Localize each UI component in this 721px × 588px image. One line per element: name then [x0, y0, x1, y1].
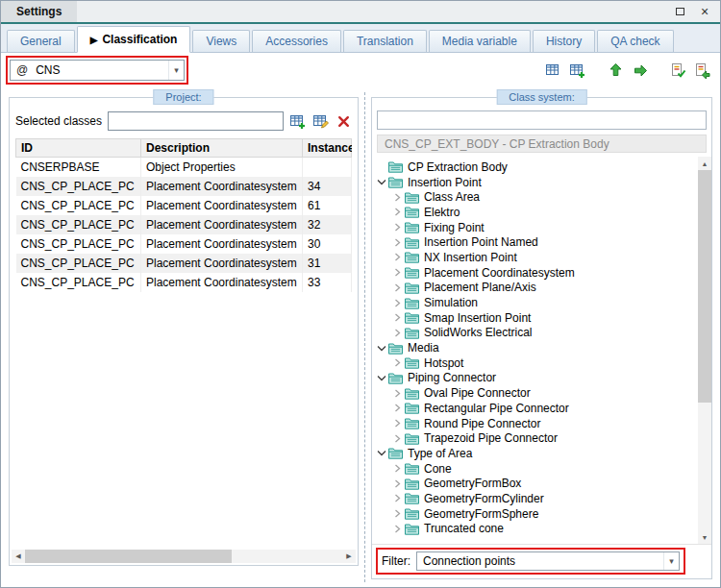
tree-item[interactable]: Rectangular Pipe Connector	[372, 401, 698, 416]
column-header[interactable]: Description	[141, 139, 303, 158]
scrollbar-thumb[interactable]	[698, 170, 711, 403]
expand-icon[interactable]	[390, 223, 405, 232]
tree-item[interactable]: Class Area	[372, 189, 698, 205]
table-row[interactable]: CNS_CP_PLACE_PCPlacement Coordinatesyste…	[16, 215, 352, 234]
expand-icon[interactable]	[390, 299, 405, 307]
tree-item[interactable]: Placement Coordinatesystem	[372, 265, 698, 281]
tree-item-label: Insertion Point	[408, 176, 482, 189]
tree-item[interactable]: SolidWorks Electrical	[372, 326, 698, 341]
expand-icon[interactable]	[390, 283, 405, 292]
folder-icon	[405, 282, 421, 294]
tree-item[interactable]: GeometryFormCylinder	[372, 491, 698, 506]
tree-item[interactable]: Media	[372, 340, 698, 355]
add-class-table-icon[interactable]	[568, 61, 585, 79]
maximize-button[interactable]	[673, 5, 686, 18]
scroll-down-icon[interactable]: ▼	[698, 530, 711, 544]
export-classes-icon[interactable]	[631, 61, 648, 79]
expand-icon[interactable]	[390, 509, 405, 518]
add-class-icon[interactable]	[289, 113, 306, 130]
tree-item[interactable]: CP Extraction Body	[372, 159, 698, 175]
tree-item[interactable]: Smap Insertion Point	[372, 310, 698, 326]
expand-icon[interactable]	[390, 313, 405, 322]
table-row[interactable]: CNS_CP_PLACE_PCPlacement Coordinatesyste…	[16, 177, 352, 196]
column-header[interactable]: ID	[16, 139, 141, 158]
tab-classification[interactable]: ▶Classification	[77, 26, 191, 53]
table-row[interactable]: CNS_CP_PLACE_PCPlacement Coordinatesyste…	[16, 234, 352, 254]
import-check-icon[interactable]	[693, 61, 710, 79]
vertical-scrollbar[interactable]: ▲ ▼	[698, 157, 711, 544]
scrollbar-thumb[interactable]	[25, 550, 232, 563]
collapse-icon[interactable]	[374, 344, 388, 353]
tree-item[interactable]: Trapezoid Pipe Connector	[372, 430, 698, 446]
horizontal-scrollbar[interactable]: ◀ ▶	[12, 550, 356, 563]
chevron-down-icon[interactable]: ▾	[663, 552, 679, 570]
import-classes-icon[interactable]	[607, 61, 624, 79]
tab-media-variable[interactable]: Media variable	[429, 30, 531, 52]
table-row[interactable]: CNS_CP_PLACE_PCPlacement Coordinatesyste…	[16, 273, 352, 292]
tree-item[interactable]: Insertion Point	[372, 175, 698, 190]
tab-history[interactable]: History	[533, 30, 595, 52]
new-class-table-icon[interactable]	[544, 61, 561, 79]
edit-class-icon[interactable]	[312, 113, 329, 130]
expand-icon[interactable]	[390, 358, 405, 367]
content-area: @ CNS ▾ Project: Selected classes I	[1, 53, 720, 587]
expand-icon[interactable]	[390, 404, 405, 412]
expand-icon[interactable]	[390, 464, 405, 473]
expand-icon[interactable]	[390, 253, 405, 261]
selected-classes-input[interactable]	[108, 111, 284, 131]
delete-class-icon[interactable]	[336, 113, 352, 130]
table-row[interactable]: CNSERPBASEObject Properties	[16, 158, 352, 177]
tree-item[interactable]: GeometryFormSphere	[372, 506, 698, 522]
tab-qa-check[interactable]: QA check	[597, 30, 673, 52]
tree-item[interactable]: Elektro	[372, 205, 698, 220]
table-row[interactable]: CNS_CP_PLACE_PCPlacement Coordinatesyste…	[16, 254, 352, 273]
expand-icon[interactable]	[390, 525, 405, 533]
scroll-left-icon[interactable]: ◀	[12, 550, 25, 563]
column-header[interactable]: Instance	[303, 139, 352, 158]
close-button[interactable]: ×	[698, 5, 711, 18]
tab-general[interactable]: General	[7, 30, 75, 52]
chevron-down-icon[interactable]: ▾	[168, 61, 184, 80]
tab-views[interactable]: Views	[192, 30, 250, 52]
collapse-icon[interactable]	[374, 178, 388, 186]
tree-item[interactable]: Placement Plane/Axis	[372, 281, 698, 296]
collapse-icon[interactable]	[374, 374, 388, 382]
expand-icon[interactable]	[390, 419, 405, 428]
tree-item[interactable]: Cone	[372, 461, 698, 477]
expand-icon[interactable]	[390, 268, 405, 277]
expand-icon[interactable]	[390, 193, 405, 202]
at-icon: @	[16, 63, 28, 77]
verify-classes-icon[interactable]	[669, 61, 686, 79]
tree-item[interactable]: Piping Connector	[372, 371, 698, 386]
expand-icon[interactable]	[390, 389, 405, 398]
expand-icon[interactable]	[390, 329, 405, 337]
tree-item[interactable]: Simulation	[372, 295, 698, 310]
tree-item[interactable]: Truncated cone	[372, 522, 698, 537]
folder-icon	[388, 160, 405, 173]
tree-item[interactable]: Fixing Point	[372, 220, 698, 235]
class-search-input[interactable]	[377, 110, 707, 130]
expand-icon[interactable]	[390, 208, 405, 216]
tab-label: Views	[206, 35, 236, 48]
tree-item[interactable]: Round Pipe Connector	[372, 416, 698, 431]
expand-icon[interactable]	[390, 494, 405, 502]
scroll-up-icon[interactable]: ▲	[698, 157, 711, 170]
tree-item[interactable]: NX Insertion Point	[372, 250, 698, 265]
tab-translation[interactable]: Translation	[343, 30, 427, 52]
expand-icon[interactable]	[390, 479, 405, 488]
expand-icon[interactable]	[390, 238, 405, 247]
tree-item-label: Hotspot	[424, 356, 463, 370]
filter-combo[interactable]: Connection points ▾	[416, 551, 680, 571]
class-system-combo[interactable]: @ CNS ▾	[10, 60, 185, 81]
tree-item[interactable]: GeometryFormBox	[372, 476, 698, 491]
table-row[interactable]: CNS_CP_PLACE_PCPlacement Coordinatesyste…	[16, 196, 352, 215]
tree-item[interactable]: Oval Pipe Connector	[372, 385, 698, 401]
tree-item[interactable]: Hotspot	[372, 355, 698, 371]
tree-item[interactable]: Insertion Point Named	[372, 234, 698, 250]
scroll-right-icon[interactable]: ▶	[342, 550, 356, 563]
expand-icon[interactable]	[390, 434, 405, 443]
tree-item[interactable]: Type of Area	[372, 446, 698, 461]
folder-icon	[405, 478, 421, 490]
tab-accessories[interactable]: Accessories	[252, 30, 341, 52]
collapse-icon[interactable]	[374, 449, 388, 457]
